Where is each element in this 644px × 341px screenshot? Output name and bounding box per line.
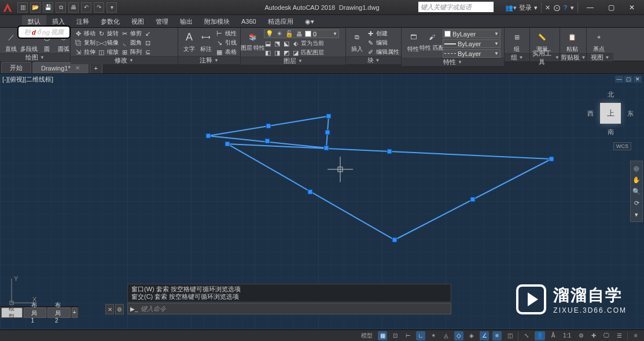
copy-button[interactable]: ⿻复制 xyxy=(74,39,95,47)
layer-iso-icon[interactable]: ◧ xyxy=(264,49,272,57)
circle-button[interactable]: ◯圆 xyxy=(39,29,54,53)
qat-drop-icon[interactable]: ▾ xyxy=(106,2,117,13)
layer-off-icon[interactable]: ◨ xyxy=(273,49,281,57)
table-button[interactable]: ▦表格 xyxy=(215,48,237,56)
modify-extra3-icon[interactable]: ⊆ xyxy=(143,48,152,56)
qat-new-icon[interactable]: ▥ xyxy=(17,2,28,13)
cmd-opts-icon[interactable]: ⚙ xyxy=(115,304,124,314)
sb-ortho-icon[interactable]: ∟ xyxy=(416,331,425,340)
layout-add-button[interactable]: + xyxy=(72,307,78,318)
layer-state3-icon[interactable]: ⬕ xyxy=(282,39,290,47)
sb-lwt-icon[interactable]: ≡ xyxy=(492,331,502,340)
move-button[interactable]: ✥移动 xyxy=(74,29,95,38)
help-drop-icon[interactable]: ▾ xyxy=(571,4,574,12)
trim-button[interactable]: ✂修剪 xyxy=(120,29,142,38)
viewcube-south[interactable]: 南 xyxy=(608,128,614,136)
sb-iso-icon[interactable]: ◬ xyxy=(441,331,451,340)
layer-combo[interactable]: 💡 ☀ 🔓 🖶 0▼ xyxy=(264,29,339,38)
group-button[interactable]: ⊞组 xyxy=(508,29,525,53)
sb-transp-icon[interactable]: ◫ xyxy=(505,331,514,340)
tab-parametric[interactable]: 参数化 xyxy=(95,15,126,28)
tab-view[interactable]: 视图 xyxy=(126,15,150,28)
line-button[interactable]: ／直线 xyxy=(3,29,19,53)
sb-plus-icon[interactable]: ✚ xyxy=(589,331,598,340)
linear-button[interactable]: ⊢线性 xyxy=(215,29,237,38)
sb-custom-icon[interactable]: ≡ xyxy=(631,331,641,340)
sb-osnap-icon[interactable]: ◇ xyxy=(454,331,463,340)
sb-scale[interactable]: 1:1 xyxy=(561,331,573,340)
cmd-close-icon[interactable]: ✕ xyxy=(105,304,114,314)
rotate-button[interactable]: ↻旋转 xyxy=(97,29,119,38)
qat-undo-icon[interactable]: ↶ xyxy=(81,2,91,13)
qat-redo-icon[interactable]: ↷ xyxy=(94,2,104,13)
layer-state4-icon[interactable]: ⬖ xyxy=(292,39,300,47)
mirror-button[interactable]: ▷◁镜像 xyxy=(97,39,119,47)
layout-2[interactable]: 布局2 xyxy=(47,307,71,318)
color-combo[interactable]: ByLayer▼ xyxy=(443,29,501,38)
create-block-button[interactable]: ✚创建 xyxy=(366,29,399,38)
tab-expander-icon[interactable]: ◉▾ xyxy=(299,15,320,28)
sb-snap-icon[interactable]: ⊡ xyxy=(391,331,400,340)
sb-monitor-icon[interactable]: 🖵 xyxy=(602,331,611,340)
stretch-button[interactable]: ⇲拉伸 xyxy=(74,48,95,56)
sb-3dosnap-icon[interactable]: ◈ xyxy=(467,331,476,340)
modify-extra2-icon[interactable]: ⊡ xyxy=(143,39,152,47)
nav-showm-icon[interactable]: ▾ xyxy=(632,210,641,219)
text-button[interactable]: A文字 xyxy=(182,29,197,53)
viewcube-east[interactable]: 东 xyxy=(627,109,634,118)
sb-infer-icon[interactable]: ⊢ xyxy=(403,331,413,340)
sb-otrack-icon[interactable]: ∠ xyxy=(480,331,489,340)
nav-wheel-icon[interactable]: ◎ xyxy=(632,164,641,173)
tab-output[interactable]: 输出 xyxy=(174,15,198,28)
close-tab-icon[interactable]: ✕ xyxy=(75,65,80,71)
tab-featured[interactable]: 精选应用 xyxy=(262,15,299,28)
edit-attr-button[interactable]: ✐编辑属性 xyxy=(366,48,399,56)
sb-model[interactable]: 模型 xyxy=(359,331,374,340)
sb-person-icon[interactable]: 👤 xyxy=(535,331,545,340)
tab-manage[interactable]: 管理 xyxy=(150,15,174,28)
viewcube-west[interactable]: 西 xyxy=(587,109,594,118)
tab-annotate[interactable]: 注释 xyxy=(71,15,95,28)
sb-annoscale-icon[interactable]: Å xyxy=(549,331,558,340)
tab-default[interactable]: 默认 xyxy=(22,15,46,28)
maximize-button[interactable]: ▢ xyxy=(602,2,620,13)
qat-open-icon[interactable]: 📂 xyxy=(30,2,41,13)
qat-save-icon[interactable]: 💾 xyxy=(43,2,53,13)
viewcube-north[interactable]: 北 xyxy=(608,90,614,99)
viewcube[interactable]: 北 南 西 东 上 xyxy=(587,90,634,136)
signin-button[interactable]: 登录 xyxy=(519,3,532,12)
minimize-button[interactable]: — xyxy=(582,2,599,13)
edit-block-button[interactable]: ✎编辑 xyxy=(366,39,399,47)
paste-button[interactable]: 📋粘贴 xyxy=(564,29,581,53)
sb-cloud-icon[interactable]: ☰ xyxy=(614,331,624,340)
polyline-button[interactable]: 〰多段线 xyxy=(20,29,38,53)
command-input[interactable]: ▶_ 键入命令 xyxy=(127,303,451,314)
dimension-button[interactable]: ⟷标注 xyxy=(198,29,214,53)
modify-extra1-icon[interactable]: ↙ xyxy=(143,29,152,38)
sb-grid-icon[interactable]: ▦ xyxy=(378,331,387,340)
layer-state1-icon[interactable]: ⬓ xyxy=(264,39,272,47)
tab-insert[interactable]: 插入 xyxy=(46,15,71,28)
leader-button[interactable]: ↘引线 xyxy=(215,39,237,47)
nav-pan-icon[interactable]: ✋ xyxy=(632,175,641,184)
layer-lck-icon[interactable]: ◪ xyxy=(292,49,300,57)
help-icon[interactable]: ? xyxy=(564,4,567,11)
fillet-button[interactable]: ◟圆角 xyxy=(120,39,142,47)
layer-frz-icon[interactable]: ◩ xyxy=(282,49,290,57)
signin-drop-icon[interactable]: ▾ xyxy=(534,4,538,12)
layout-model[interactable]: 模型 xyxy=(1,307,23,318)
search-input[interactable]: 键入关键字或短语 xyxy=(418,2,494,12)
arc-button[interactable]: ◡圆弧 xyxy=(56,29,71,53)
array-button[interactable]: ⊞阵列 xyxy=(120,48,142,56)
layer-props-button[interactable]: 📚图层 特性 xyxy=(244,29,262,51)
match-layer-button[interactable]: 匹配图层 xyxy=(301,49,324,57)
set-current-button[interactable]: 置为当前 xyxy=(301,39,324,47)
tab-addins[interactable]: 附加模块 xyxy=(198,15,235,28)
tab-start[interactable]: 开始 xyxy=(1,62,31,73)
basepoint-button[interactable]: ⌖基点 xyxy=(590,29,608,53)
layout-1[interactable]: 布局1 xyxy=(24,307,47,318)
wcs-badge[interactable]: WCS xyxy=(613,142,631,150)
scale-button[interactable]: ◫缩放 xyxy=(97,48,119,56)
qat-saveas-icon[interactable]: ⧉ xyxy=(56,2,66,13)
nav-zoom-icon[interactable]: 🔍 xyxy=(632,187,641,196)
